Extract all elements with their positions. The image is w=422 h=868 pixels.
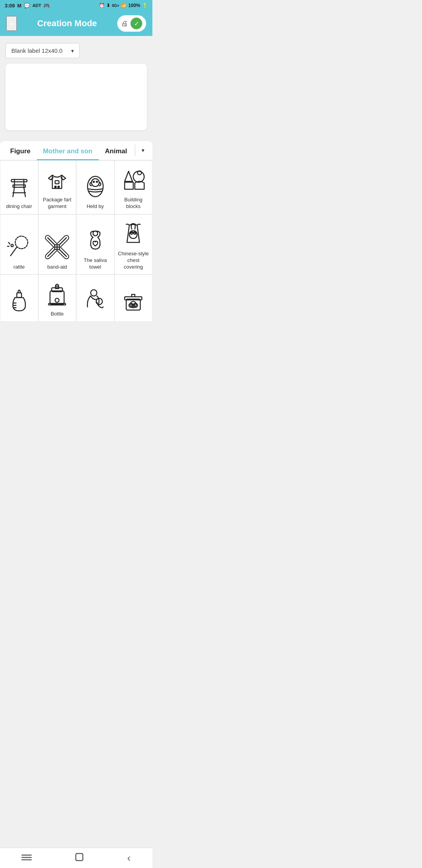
svg-point-14 — [93, 181, 94, 182]
icon-chinese-chest[interactable]: Chinese-style chest covering — [114, 214, 153, 275]
svg-rect-32 — [17, 293, 21, 298]
chinese-chest-label: Chinese-style chest covering — [117, 251, 150, 271]
alarm-icon: ⏰ — [99, 3, 105, 8]
signal-icon: 📶 — [121, 3, 127, 8]
header-actions: 🖨 ✓ — [117, 15, 146, 32]
print-button[interactable]: 🖨 ✓ — [117, 15, 146, 32]
baby-food-icon — [120, 287, 147, 314]
icon-building-blocks[interactable]: Building blocks — [114, 160, 153, 214]
band-aid-label: band-aid — [47, 264, 67, 271]
icon-dining-chair[interactable]: dining chair — [0, 160, 38, 214]
back-button[interactable]: ‹ — [6, 16, 17, 31]
gmail-icon: M — [17, 3, 21, 9]
dining-chair-icon — [5, 173, 33, 200]
tabs-row: Figure Mother and son Animal ▼ — [0, 141, 152, 160]
chinese-chest-icon — [120, 220, 147, 247]
baby-nursing-icon — [82, 287, 109, 314]
svg-point-51 — [132, 304, 133, 305]
download-icon: ⬇ — [106, 3, 110, 8]
header: ‹ Creation Mode 🖨 ✓ — [0, 11, 152, 36]
held-by-label: Held by — [87, 203, 104, 210]
rattle-icon — [5, 233, 33, 261]
svg-point-28 — [93, 231, 98, 236]
more-tabs-button[interactable]: ▼ — [138, 142, 148, 160]
svg-line-23 — [9, 242, 10, 244]
svg-point-13 — [91, 179, 99, 187]
rattle-label: rattle — [13, 264, 25, 271]
held-by-icon — [82, 173, 109, 200]
tab-divider — [135, 145, 135, 156]
building-blocks-label: Building blocks — [117, 197, 150, 210]
building-blocks-icon — [120, 166, 147, 194]
svg-rect-17 — [125, 182, 133, 189]
icon-saliva-towel[interactable]: The saliva towel — [76, 214, 114, 275]
saliva-towel-label: The saliva towel — [79, 257, 112, 271]
status-bar: 3:09 M 💬 ADT 🎮 ⏰ ⬇ 4G+ 📶 100% 🔋 — [0, 0, 152, 11]
tab-figure[interactable]: Figure — [4, 141, 37, 160]
svg-rect-11 — [55, 181, 59, 184]
icon-package-fart-garment[interactable]: Package fart garment — [38, 160, 77, 214]
dropdown-arrow-icon: ▾ — [71, 48, 74, 54]
svg-point-15 — [96, 181, 97, 182]
baby-bottle-icon — [5, 287, 33, 314]
dining-chair-label: dining chair — [6, 203, 32, 210]
svg-rect-44 — [125, 297, 142, 300]
icon-held-by[interactable]: Held by — [76, 160, 114, 214]
svg-point-9 — [55, 186, 56, 188]
checkmark: ✓ — [134, 20, 139, 27]
tab-animal[interactable]: Animal — [99, 141, 134, 160]
tab-mother-and-son[interactable]: Mother and son — [37, 141, 99, 160]
battery-text: 100% — [128, 3, 140, 8]
svg-point-22 — [11, 244, 13, 247]
label-selector[interactable]: Blank label 12x40.0 ▾ — [5, 43, 80, 58]
label-selector-value: Blank label 12x40.0 — [11, 47, 63, 54]
icon-baby-food[interactable] — [114, 274, 153, 322]
app-icon: 🎮 — [43, 3, 50, 9]
svg-point-39 — [55, 298, 59, 302]
svg-point-10 — [58, 186, 59, 188]
icon-grid: dining chair — [0, 160, 152, 322]
svg-point-52 — [134, 304, 135, 305]
svg-rect-43 — [126, 299, 140, 310]
status-right: ⏰ ⬇ 4G+ 📶 100% 🔋 — [99, 3, 148, 8]
icon-bottle-warmer[interactable]: Bottle — [38, 274, 77, 322]
icon-rattle[interactable]: rattle — [0, 214, 38, 275]
band-aid-icon — [43, 233, 71, 261]
battery-icon: 🔋 — [142, 3, 148, 8]
status-left: 3:09 M 💬 ADT 🎮 — [5, 3, 50, 9]
time: 3:09 — [5, 3, 15, 9]
canvas-area[interactable] — [5, 64, 147, 130]
icon-band-aid[interactable]: band-aid — [38, 214, 77, 275]
bottle-warmer-label: Bottle — [51, 311, 64, 317]
svg-line-2 — [13, 187, 14, 197]
bib-icon — [82, 227, 109, 254]
lte-icon: 4G+ — [112, 4, 119, 8]
svg-point-18 — [133, 171, 144, 182]
icon-baby-nursing[interactable] — [76, 274, 114, 322]
icon-baby-bottle[interactable] — [0, 274, 38, 322]
printer-icon: 🖨 — [121, 20, 128, 28]
confirm-icon: ✓ — [131, 18, 142, 29]
svg-line-3 — [24, 187, 25, 197]
messenger-icon: 💬 — [24, 3, 30, 9]
tabs-section: Figure Mother and son Animal ▼ — [0, 141, 152, 322]
main-content: Blank label 12x40.0 ▾ — [0, 36, 152, 140]
onesie-icon — [43, 166, 71, 194]
page-title: Creation Mode — [17, 18, 117, 29]
svg-rect-0 — [11, 179, 27, 182]
svg-marker-16 — [125, 171, 132, 181]
adt-icon: ADT — [32, 3, 41, 8]
svg-line-21 — [11, 247, 17, 256]
bottle-warmer-icon — [43, 280, 71, 308]
package-fart-garment-label: Package fart garment — [41, 197, 74, 210]
svg-point-41 — [91, 290, 97, 296]
